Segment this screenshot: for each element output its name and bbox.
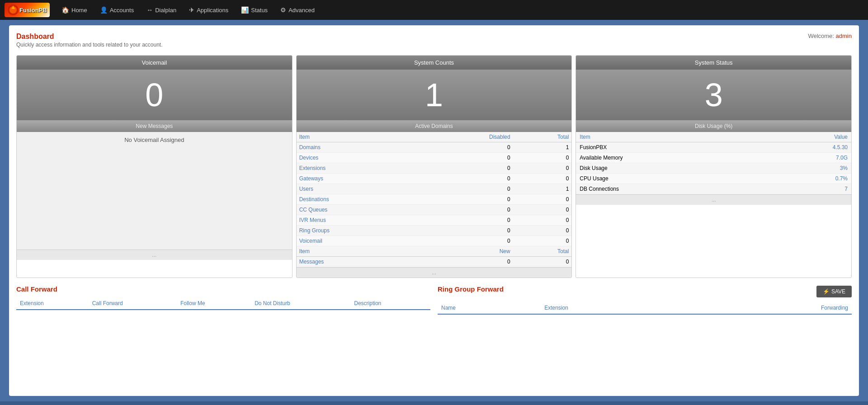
system-counts-footer: ...: [297, 267, 572, 278]
item-link[interactable]: Voicemail: [299, 238, 322, 244]
voicemail-panel: Voicemail 0 New Messages No Voicemail As…: [16, 55, 292, 278]
welcome-user-link[interactable]: admin: [836, 33, 852, 39]
status-col-value: Value: [767, 132, 851, 142]
nav-status[interactable]: 📊 Status: [236, 3, 273, 17]
save-button[interactable]: ⚡ SAVE: [816, 286, 852, 297]
site-footer: © Copyright 2008 - 2021 fusionpbx.com Al…: [0, 401, 868, 405]
page-header-left: Dashboard Quickly access information and…: [16, 33, 163, 48]
cf-col-callforward: Call Forward: [89, 297, 177, 310]
item-link[interactable]: Users: [299, 186, 313, 192]
dialplan-icon: ↔: [146, 6, 153, 14]
table-row: Destinations00: [297, 194, 572, 205]
call-forward-section: Call Forward Extension Call Forward Foll…: [16, 285, 430, 315]
system-counts-header: System Counts: [297, 56, 572, 70]
ring-group-forward-section: Ring Group Forward ⚡ SAVE Name Extension…: [438, 285, 852, 315]
voicemail-content: No Voicemail Assigned: [17, 132, 292, 250]
table-row: FusionPBX4.5.30: [576, 142, 851, 153]
page-subtitle: Quickly access information and tools rel…: [16, 42, 163, 48]
dashboard-panels: Voicemail 0 New Messages No Voicemail As…: [16, 55, 852, 278]
call-forward-title: Call Forward: [16, 285, 430, 293]
voicemail-label: New Messages: [17, 120, 292, 132]
ring-group-table: Name Extension Forwarding: [438, 302, 852, 315]
table-row: Messages00: [297, 257, 572, 267]
page-header: Dashboard Quickly access information and…: [16, 33, 852, 48]
logo-image: FusionPBX: [5, 3, 50, 17]
ring-group-header: Ring Group Forward ⚡ SAVE: [438, 285, 852, 297]
navigation: FusionPBX 🏠 Home 👤 Accounts ↔ Dialplan ✈…: [0, 0, 868, 20]
system-counts-label: Active Domains: [297, 120, 572, 132]
rg-col-name: Name: [438, 302, 541, 314]
ring-group-title: Ring Group Forward: [438, 285, 504, 293]
logo[interactable]: FusionPBX: [5, 3, 50, 17]
applications-icon: ✈: [189, 6, 194, 14]
save-icon: ⚡: [823, 288, 830, 295]
table-row: Devices00: [297, 153, 572, 163]
watermark: CSDN @求真得真: [815, 388, 859, 396]
table-row: IVR Menus00: [297, 215, 572, 226]
col-item2: Item: [297, 246, 421, 257]
table-row: DB Connections7: [576, 184, 851, 194]
system-status-number: 3: [576, 70, 851, 120]
system-status-footer: ...: [576, 194, 851, 205]
item-link[interactable]: Domains: [299, 144, 321, 151]
table-row: Gateways00: [297, 174, 572, 184]
table-row: Ring Groups00: [297, 226, 572, 236]
system-status-table: Item Value FusionPBX4.5.30Available Memo…: [576, 132, 851, 194]
item-link[interactable]: CC Queues: [299, 207, 328, 213]
system-counts-panel: System Counts 1 Active Domains Item Disa…: [296, 55, 572, 278]
system-counts-number: 1: [297, 70, 572, 120]
rg-col-forwarding: Forwarding: [689, 302, 852, 314]
home-icon: 🏠: [61, 6, 69, 14]
bottom-panels: Call Forward Extension Call Forward Foll…: [16, 285, 852, 315]
table-row: Disk Usage3%: [576, 163, 851, 174]
call-forward-table: Extension Call Forward Follow Me Do Not …: [16, 297, 430, 310]
system-status-header: System Status: [576, 56, 851, 70]
system-status-content: Item Value FusionPBX4.5.30Available Memo…: [576, 132, 851, 194]
col-item: Item: [297, 132, 421, 142]
status-icon: 📊: [241, 6, 249, 14]
voicemail-count: 0: [17, 70, 292, 120]
system-status-label: Disk Usage (%): [576, 120, 851, 132]
table-row: Voicemail00: [297, 236, 572, 246]
nav-applications[interactable]: ✈ Applications: [184, 3, 234, 17]
status-col-item: Item: [576, 132, 766, 142]
nav-dialplan[interactable]: ↔ Dialplan: [141, 3, 182, 17]
nav-advanced[interactable]: ⚙ Advanced: [275, 3, 320, 17]
table-row: Extensions00: [297, 163, 572, 174]
item-link[interactable]: Messages: [299, 259, 324, 265]
table-row: Domains01: [297, 142, 572, 153]
accounts-icon: 👤: [100, 6, 108, 14]
voicemail-empty-msg: No Voicemail Assigned: [124, 137, 184, 143]
page-title: Dashboard: [16, 33, 163, 41]
col-total2: Total: [513, 246, 572, 257]
main-container: Dashboard Quickly access information and…: [9, 25, 859, 396]
voicemail-footer: ...: [17, 250, 292, 260]
voicemail-panel-header: Voicemail: [17, 56, 292, 70]
cf-col-dnd: Do Not Disturb: [251, 297, 350, 310]
col-new: New: [421, 246, 513, 257]
advanced-icon: ⚙: [280, 6, 286, 14]
cf-col-followme: Follow Me: [177, 297, 251, 310]
col-disabled: Disabled: [421, 132, 513, 142]
item-link[interactable]: Destinations: [299, 196, 329, 202]
system-counts-content: Item Disabled Total Domains01Devices00Ex…: [297, 132, 572, 267]
table-row: Available Memory7.0G: [576, 153, 851, 163]
rg-col-extension: Extension: [541, 302, 688, 314]
table-row: CPU Usage0.7%: [576, 174, 851, 184]
item-link[interactable]: Extensions: [299, 165, 326, 171]
svg-text:FusionPBX: FusionPBX: [19, 7, 47, 14]
col-total: Total: [513, 132, 572, 142]
item-link[interactable]: Gateways: [299, 175, 323, 182]
system-counts-table: Item Disabled Total Domains01Devices00Ex…: [297, 132, 572, 267]
item-link[interactable]: Ring Groups: [299, 227, 330, 234]
nav-home[interactable]: 🏠 Home: [56, 3, 93, 17]
cf-col-desc: Description: [350, 297, 430, 310]
welcome-text: Welcome: admin: [808, 33, 852, 39]
item-link[interactable]: IVR Menus: [299, 217, 326, 223]
table-row: Users01: [297, 184, 572, 194]
cf-col-extension: Extension: [16, 297, 89, 310]
item-link[interactable]: Devices: [299, 155, 319, 161]
system-status-panel: System Status 3 Disk Usage (%) Item Valu…: [576, 55, 852, 278]
nav-accounts[interactable]: 👤 Accounts: [94, 3, 139, 17]
table-row: CC Queues00: [297, 205, 572, 215]
